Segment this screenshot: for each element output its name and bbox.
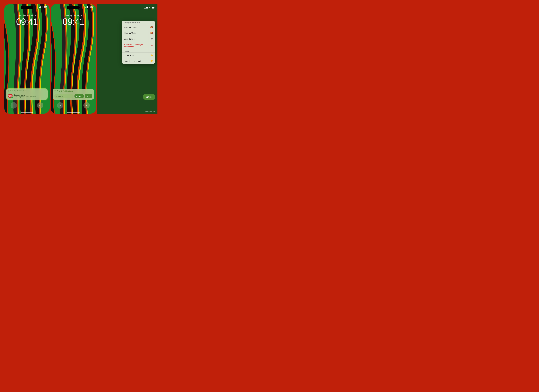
notification-area-1: ⚙ Priority Notifications GADGETHACKS Gad… xyxy=(6,89,48,100)
dynamic-island xyxy=(20,6,33,9)
turn-off-notifications-item[interactable]: Turn Off All "Messages"Notifications ⊖ xyxy=(122,42,155,49)
mute-today-icon: 🔕 xyxy=(150,32,153,34)
clock-date-1: Tuesday, January 9 xyxy=(4,14,50,17)
wifi-icon-3: ▾ xyxy=(149,7,150,9)
phone-1: ▾ Tuesday, January 9 09:41 ⚙ Priority No… xyxy=(4,4,50,114)
thumbs-down-icon: 👎 xyxy=(150,60,153,62)
expanded-notification-card[interactable]: ⚙ Priority Notifications on't ignore it!… xyxy=(53,89,94,100)
music-button-1[interactable]: ♪ xyxy=(10,102,17,109)
notification-content: Gadget Hacks This is important. Don't ig… xyxy=(14,94,46,98)
camera-icon-2: ⊙ xyxy=(86,104,88,107)
priority-section-label: Priority xyxy=(122,49,155,52)
camera-button-2[interactable]: ⊙ xyxy=(83,102,90,109)
phone-2-background: ▾ Tuesday, January 9 09:41 ⚙ Priority No… xyxy=(51,4,96,114)
clock-time-1: 09:41 xyxy=(4,17,50,26)
phone-2: ▾ Tuesday, January 9 09:41 ⚙ Priority No… xyxy=(51,4,96,114)
minus-circle-icon: ⊖ xyxy=(151,44,153,47)
options-button-standalone[interactable]: Options xyxy=(143,94,155,100)
view-settings-item[interactable]: View Settings ⚙ xyxy=(122,36,155,42)
battery-icon xyxy=(44,6,47,8)
priority-notif-label: Priority Notifications xyxy=(10,90,27,92)
signal-bars-2 xyxy=(85,6,88,8)
notif-body: This is important. Don't ignore it! xyxy=(14,96,46,98)
clock-date-2: Tuesday, January 9 xyxy=(51,14,96,17)
third-panel: ▾ Messages: Gadget Hacks Mute for 1 Hour… xyxy=(97,4,158,114)
dynamic-island-2 xyxy=(67,6,80,9)
priority-notification-card[interactable]: ⚙ Priority Notifications GADGETHACKS Gad… xyxy=(6,89,48,100)
mute-today-item[interactable]: Mute for Today 🔕 xyxy=(122,30,155,36)
priority-notif-label-2: Priority Notifications xyxy=(57,90,73,92)
clock-area-1: Tuesday, January 9 09:41 xyxy=(4,14,50,26)
outer-frame: ▾ Tuesday, January 9 09:41 ⚙ Priority No… xyxy=(2,2,159,116)
settings-gear-icon: ⚙ xyxy=(151,38,153,40)
bottom-controls-1: ♪ ⊙ xyxy=(4,102,50,109)
priority-notif-header-2: ⚙ Priority Notifications xyxy=(53,89,94,93)
mute-hour-label: Mute for 1 Hour xyxy=(124,26,137,28)
watermark: GadgetHacks.com xyxy=(144,111,155,112)
mute-today-label: Mute for Today xyxy=(124,32,136,34)
signal-icons: ▾ xyxy=(38,6,47,8)
partial-text: on't ignore it! xyxy=(56,95,65,97)
gear-icon: ⚙ xyxy=(8,90,10,92)
signal-icons-2: ▾ xyxy=(85,6,93,8)
something-wrong-label: Something Isn't Right xyxy=(124,60,142,62)
clock-area-2: Tuesday, January 9 09:41 xyxy=(51,14,96,26)
notification-area-2: ⚙ Priority Notifications on't ignore it!… xyxy=(53,89,94,100)
view-settings-label: View Settings xyxy=(124,38,135,40)
options-button-2[interactable]: Options xyxy=(74,94,84,98)
partial-notification-text: on't ignore it! xyxy=(54,94,73,98)
home-indicator-2 xyxy=(67,112,80,113)
music-icon-1: ♪ xyxy=(13,104,14,107)
looks-good-label: Looks Good xyxy=(124,54,134,57)
signal-bars xyxy=(38,6,41,8)
wifi-icon: ▾ xyxy=(42,6,43,8)
looks-good-item[interactable]: Looks Good 👍 xyxy=(122,52,155,58)
battery-icon-3 xyxy=(152,7,154,9)
camera-icon-1: ⊙ xyxy=(39,104,41,107)
context-menu: Messages: Gadget Hacks Mute for 1 Hour 🔕… xyxy=(122,21,155,64)
clock-time-2: 09:41 xyxy=(51,17,96,26)
clear-button[interactable]: Clear xyxy=(85,94,92,98)
music-icon-2: ♪ xyxy=(59,104,61,107)
status-bar-3: ▾ xyxy=(144,7,154,9)
battery-icon-2 xyxy=(90,6,93,8)
notif-title: Gadget Hacks xyxy=(14,94,46,96)
app-badge xyxy=(11,97,13,98)
camera-button-1[interactable]: ⊙ xyxy=(37,102,43,109)
mute-hour-icon: 🔕 xyxy=(150,26,153,29)
notification-item[interactable]: GADGETHACKS Gadget Hacks This is importa… xyxy=(6,93,48,100)
phone-1-background: ▾ Tuesday, January 9 09:41 ⚙ Priority No… xyxy=(4,4,50,114)
thumbs-up-icon: 👍 xyxy=(150,54,153,57)
turn-off-label: Turn Off All "Messages"Notifications xyxy=(124,43,144,48)
home-indicator-1 xyxy=(20,112,33,113)
app-icon: GADGETHACKS xyxy=(8,94,13,98)
menu-header: Messages: Gadget Hacks xyxy=(122,21,155,24)
something-wrong-item[interactable]: Something Isn't Right 👎 xyxy=(122,58,155,64)
priority-notif-header: ⚙ Priority Notifications xyxy=(6,89,48,93)
mute-hour-item[interactable]: Mute for 1 Hour 🔕 xyxy=(122,24,155,30)
notification-swipe-row: on't ignore it! Options Clear xyxy=(53,93,94,100)
music-button-2[interactable]: ♪ xyxy=(57,102,63,109)
bottom-controls-2: ♪ ⊙ xyxy=(51,102,96,109)
signal-bars-3 xyxy=(144,7,148,9)
gear-icon-2: ⚙ xyxy=(54,90,56,92)
wifi-icon-2: ▾ xyxy=(89,6,89,8)
